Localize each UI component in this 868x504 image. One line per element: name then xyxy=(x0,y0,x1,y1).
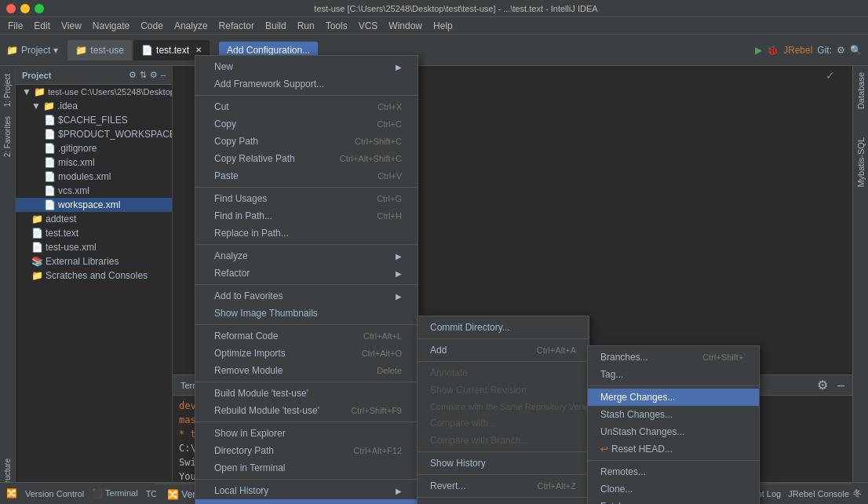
mm-unstash-changes[interactable]: UnStash Changes... xyxy=(588,423,759,440)
sort-icon[interactable]: ⇅ xyxy=(140,70,147,80)
collapse-icon[interactable]: – xyxy=(161,70,166,80)
sm-revert[interactable]: Revert...Ctrl+Alt+Z xyxy=(418,477,589,495)
cm-directory-path[interactable]: Directory PathCtrl+Alt+F12 xyxy=(195,442,418,459)
tab-test-use[interactable]: 📁 test-use xyxy=(67,40,132,60)
mm-branches[interactable]: Branches...Ctrl+Shift+` xyxy=(588,349,759,366)
cm-rebuild-module[interactable]: Rebuild Module 'test-use'Ctrl+Shift+F9 xyxy=(195,402,418,419)
cm-show-thumbnails[interactable]: Show Image Thumbnails xyxy=(195,305,418,322)
cm-sep-4 xyxy=(195,284,418,285)
sm-sep-3 xyxy=(418,451,589,452)
cm-sep-6 xyxy=(195,382,418,382)
menu-tools[interactable]: Tools xyxy=(321,19,352,33)
version-control-tab[interactable]: Version Control xyxy=(25,489,84,499)
file-icon-text: 📄 xyxy=(31,228,43,239)
window-controls[interactable] xyxy=(6,4,44,13)
cm-find-in-path[interactable]: Find in Path...Ctrl+H xyxy=(195,207,418,225)
minimize-button[interactable] xyxy=(20,4,30,13)
search-icon[interactable]: 🔍 xyxy=(850,45,862,56)
mm-stash-changes[interactable]: Stash Changes... xyxy=(588,406,759,423)
menu-vcs[interactable]: VCS xyxy=(354,19,383,33)
settings-icon2[interactable]: ⚙ xyxy=(150,70,158,80)
cm-add-framework[interactable]: Add Framework Support... xyxy=(195,75,418,93)
vcs-icon[interactable]: 🔀 xyxy=(6,488,17,499)
mm-clone[interactable]: Clone... xyxy=(588,480,759,498)
tree-gitignore[interactable]: 📄 .gitignore xyxy=(16,141,172,155)
cm-open-terminal[interactable]: Open in Terminal xyxy=(195,459,418,477)
mm-remotes[interactable]: Remotes... xyxy=(588,463,759,480)
right-tab-mybatis[interactable]: Mybatis-SQL xyxy=(854,131,868,194)
cm-copy-relative[interactable]: Copy Relative PathCtrl+Alt+Shift+C xyxy=(195,150,418,167)
menu-window[interactable]: Window xyxy=(384,19,427,33)
tree-cache-files[interactable]: 📄 $CACHE_FILES xyxy=(16,113,172,127)
cm-show-explorer[interactable]: Show in Explorer xyxy=(195,425,418,442)
merge-submenu: Branches...Ctrl+Shift+` Tag... Merge Cha… xyxy=(587,345,760,504)
gear-icon[interactable]: ⚙ xyxy=(129,70,137,80)
sm-commit-directory[interactable]: Commit Directory... xyxy=(418,319,589,336)
test-text-label: test.text xyxy=(46,228,78,239)
cm-cut[interactable]: CutCtrl+X xyxy=(195,98,418,115)
run-icon[interactable]: ▶ xyxy=(755,45,762,56)
menu-code[interactable]: Code xyxy=(136,19,168,33)
project-selector[interactable]: 📁 Project ▾ xyxy=(6,45,58,56)
tree-external-libraries[interactable]: 📚 External Libraries xyxy=(16,254,172,268)
terminal-settings-icon[interactable]: ⚙ xyxy=(812,375,833,395)
menu-edit[interactable]: Edit xyxy=(29,19,55,33)
cm-analyze[interactable]: Analyze▶ xyxy=(195,247,418,265)
tree-root[interactable]: ▼ 📁 test-use C:\Users\25248\Desktop\test… xyxy=(16,85,172,99)
sm-show-history[interactable]: Show History xyxy=(418,455,589,472)
debug-icon[interactable]: 🐞 xyxy=(767,45,779,56)
cm-copy-path[interactable]: Copy PathCtrl+Shift+C xyxy=(195,133,418,150)
menu-refactor[interactable]: Refactor xyxy=(214,19,259,33)
window-title: test-use [C:\Users\25248\Desktop\test\te… xyxy=(50,4,862,13)
cm-reformat[interactable]: Reformat CodeCtrl+Alt+L xyxy=(195,327,418,345)
mm-tag[interactable]: Tag... xyxy=(588,366,759,383)
close-tab-icon[interactable]: ✕ xyxy=(195,46,202,54)
cm-git[interactable]: Git▶ xyxy=(195,499,418,504)
tree-product-workspace[interactable]: 📄 $PRODUCT_WORKSPACE_FILES xyxy=(16,127,172,141)
mm-reset-head[interactable]: ↩ Reset HEAD... xyxy=(588,440,759,458)
menu-analyze[interactable]: Analyze xyxy=(170,19,213,33)
cm-replace-in-path[interactable]: Replace in Path... xyxy=(195,225,418,242)
sm-sep-2 xyxy=(418,361,589,362)
terminal-minimize-icon[interactable]: – xyxy=(833,376,849,395)
menu-help[interactable]: Help xyxy=(429,19,458,33)
mm-fetch[interactable]: Fetch xyxy=(588,498,759,504)
right-tab-database[interactable]: Database xyxy=(854,66,868,115)
terminal-tab-status[interactable]: ⬛ Terminal xyxy=(92,488,137,499)
tree-test-use-xml[interactable]: 📄 test-use.xml xyxy=(16,240,172,254)
close-button[interactable] xyxy=(6,4,16,13)
cm-find-usages[interactable]: Find UsagesCtrl+G xyxy=(195,190,418,207)
cm-remove-module[interactable]: Remove ModuleDelete xyxy=(195,362,418,379)
mm-merge-changes[interactable]: Merge Changes... xyxy=(588,389,759,406)
cm-build-module[interactable]: Build Module 'test-use' xyxy=(195,385,418,402)
cm-copy[interactable]: CopyCtrl+C xyxy=(195,115,418,133)
settings-icon[interactable]: ⚙ xyxy=(837,45,845,56)
menu-navigate[interactable]: Navigate xyxy=(88,19,134,33)
cm-new[interactable]: New▶ xyxy=(195,58,418,75)
tree-idea-folder[interactable]: ▼ 📁 .idea xyxy=(16,99,172,113)
menu-run[interactable]: Run xyxy=(293,19,319,33)
cm-refactor[interactable]: Refactor▶ xyxy=(195,265,418,282)
left-vtab-project[interactable]: 1: Project xyxy=(2,69,13,111)
cm-local-history[interactable]: Local History▶ xyxy=(195,482,418,499)
maximize-button[interactable] xyxy=(35,4,44,13)
context-menu: New▶ Add Framework Support... CutCtrl+X … xyxy=(195,55,418,504)
project-label: Project xyxy=(21,45,50,56)
tree-vcs-xml[interactable]: 📄 vcs.xml xyxy=(16,184,172,198)
menu-view[interactable]: View xyxy=(57,19,86,33)
sm-repository[interactable]: Repository▶ xyxy=(418,500,589,504)
tree-misc-xml[interactable]: 📄 misc.xml xyxy=(16,155,172,170)
menu-file[interactable]: File xyxy=(3,19,27,33)
tree-workspace-xml[interactable]: 📄 workspace.xml xyxy=(16,198,172,212)
menu-build[interactable]: Build xyxy=(261,19,291,33)
tree-scratches[interactable]: 📁 Scratches and Consoles xyxy=(16,268,172,283)
cm-paste[interactable]: PasteCtrl+V xyxy=(195,167,418,184)
tree-modules-xml[interactable]: 📄 modules.xml xyxy=(16,170,172,184)
sm-compare-branch: Compare with Branch... xyxy=(418,432,589,449)
left-vtab-favorites[interactable]: 2: Favorites xyxy=(2,111,13,162)
tree-test-text[interactable]: 📄 test.text xyxy=(16,226,172,240)
cm-optimize-imports[interactable]: Optimize ImportsCtrl+Alt+O xyxy=(195,345,418,362)
sm-add[interactable]: AddCtrl+Alt+A xyxy=(418,341,589,359)
cm-add-favorites[interactable]: Add to Favorites▶ xyxy=(195,287,418,305)
tree-addtest[interactable]: 📁 addtest xyxy=(16,212,172,226)
